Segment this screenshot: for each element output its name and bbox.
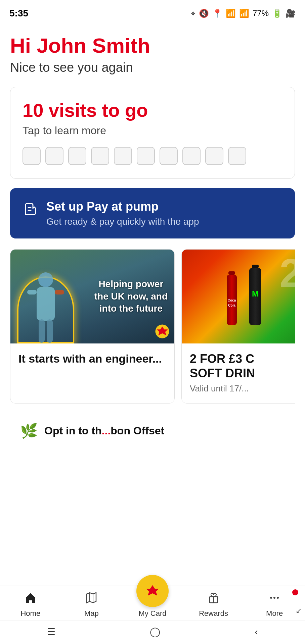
engineer-card[interactable]: Helping powerthe UK now, andinto the fut…	[10, 249, 175, 403]
nav-more[interactable]: More ↙	[244, 591, 305, 618]
svg-rect-4	[39, 319, 45, 343]
nav-mycard[interactable]: My Card	[122, 575, 183, 618]
status-icons: ⌖ 🔇 📍 📶 📶 77% 🔋 🎥	[191, 9, 296, 18]
pump-description: Get ready & pay quickly with the app	[46, 216, 199, 227]
pump-title: Set up Pay at pump	[46, 200, 199, 214]
visit-dot-2	[45, 147, 63, 165]
nav-map-label: Map	[84, 609, 99, 618]
svg-text:Cola: Cola	[228, 304, 235, 307]
nav-map[interactable]: Map	[61, 591, 122, 618]
engineer-card-title: It starts with an engineer...	[18, 352, 166, 366]
camera-icon: 🎥	[286, 9, 296, 18]
main-content: Hi John Smith Nice to see you again 10 v…	[0, 24, 305, 448]
pump-banner[interactable]: Set up Pay at pump Get ready & pay quick…	[10, 188, 295, 238]
nav-rewards[interactable]: Rewards	[183, 591, 244, 618]
mute-icon: 🔇	[199, 9, 209, 18]
svg-text:M: M	[252, 289, 259, 298]
svg-point-16	[270, 597, 272, 599]
visits-title: 10 visits to go	[23, 99, 282, 121]
nav-mycard-label: My Card	[138, 609, 166, 618]
svg-rect-5	[47, 319, 53, 343]
battery-text: 77%	[253, 9, 269, 18]
cards-row: Helping powerthe UK now, andinto the fut…	[10, 249, 295, 403]
android-home-btn[interactable]: ◯	[150, 626, 160, 637]
nav-bar: Home Map My Card	[0, 586, 305, 621]
opt-in-banner[interactable]: 🌿 Opt in to th...bon Offset	[10, 413, 295, 448]
android-menu-btn[interactable]: ☰	[47, 626, 55, 637]
bluetooth-icon: ⌖	[191, 9, 195, 18]
home-icon	[24, 591, 37, 607]
svg-rect-2	[27, 290, 37, 294]
cursor-arrow: ↙	[296, 606, 302, 615]
shell-logo-engineer	[155, 324, 170, 339]
visit-dot-8	[182, 147, 201, 165]
visit-dot-7	[160, 147, 178, 165]
coke-bottle-icon: Coca Cola	[222, 268, 242, 328]
pump-icon	[22, 201, 38, 220]
drink-bottles: Coca Cola	[222, 261, 265, 332]
signal-icon: 📶	[239, 9, 249, 18]
visit-dot-5	[114, 147, 132, 165]
greeting-name: Hi John Smith	[10, 34, 295, 57]
nav-home-label: Home	[20, 609, 40, 618]
android-back-btn[interactable]: ‹	[255, 627, 258, 637]
drinks-card[interactable]: 2 Coca Cola	[181, 249, 295, 403]
svg-rect-7	[228, 271, 235, 275]
visit-dot-10	[228, 147, 246, 165]
rewards-icon	[207, 591, 220, 607]
visit-dot-3	[68, 147, 86, 165]
drinks-valid: Valid until 17/...	[190, 383, 295, 394]
nav-more-label: More	[266, 609, 283, 618]
visit-dot-4	[91, 147, 109, 165]
shell-logo-nav-icon	[144, 582, 161, 600]
status-time: 5:35	[9, 8, 28, 19]
nav-home[interactable]: Home	[0, 591, 61, 618]
opt-in-text: Opt in to th...bon Offset	[44, 425, 164, 437]
visit-dot-9	[205, 147, 223, 165]
engineer-figure-icon	[24, 266, 68, 343]
visits-card[interactable]: 10 visits to go Tap to learn more	[10, 87, 295, 179]
nav-rewards-label: Rewards	[199, 609, 228, 618]
leaf-icon: 🌿	[20, 423, 38, 439]
svg-point-0	[38, 272, 53, 287]
map-icon	[85, 591, 98, 607]
svg-point-17	[273, 597, 275, 599]
engineer-overlay-text: Helping powerthe UK now, andinto the fut…	[94, 278, 168, 315]
greeting-section: Hi John Smith Nice to see you again	[10, 34, 295, 75]
bottom-nav: Home Map My Card	[0, 586, 305, 644]
svg-rect-3	[55, 290, 64, 294]
engineer-card-image: Helping powerthe UK now, andinto the fut…	[10, 250, 174, 343]
visits-dots	[23, 147, 282, 165]
location-icon: 📍	[212, 9, 222, 18]
drinks-card-image: 2 Coca Cola	[182, 250, 295, 343]
greeting-subtitle: Nice to see you again	[10, 60, 295, 75]
battery-icon: 🔋	[272, 9, 282, 18]
visit-dot-6	[137, 147, 155, 165]
engineer-card-body: It starts with an engineer...	[10, 343, 174, 375]
monster-bottle-icon: M	[245, 261, 265, 328]
pump-text: Set up Pay at pump Get ready & pay quick…	[46, 200, 199, 227]
svg-text:Coca: Coca	[228, 299, 236, 302]
more-icon	[268, 591, 281, 607]
visit-dot-1	[23, 147, 41, 165]
drinks-deal: 2 FOR £3 CSOFT DRIN	[190, 352, 295, 380]
svg-rect-11	[252, 265, 259, 268]
nav-mycard-circle[interactable]	[136, 575, 169, 607]
wifi-icon: 📶	[226, 9, 236, 18]
status-bar: 5:35 ⌖ 🔇 📍 📶 📶 77% 🔋 🎥	[0, 0, 305, 24]
android-nav: ☰ ◯ ‹	[0, 621, 305, 644]
svg-rect-1	[37, 287, 55, 321]
svg-point-18	[277, 597, 279, 599]
nav-more-badge	[292, 589, 298, 595]
drinks-card-body: 2 FOR £3 CSOFT DRIN Valid until 17/...	[182, 343, 295, 403]
visits-subtitle: Tap to learn more	[23, 124, 282, 137]
drinks-bg-number: 2	[279, 253, 295, 293]
